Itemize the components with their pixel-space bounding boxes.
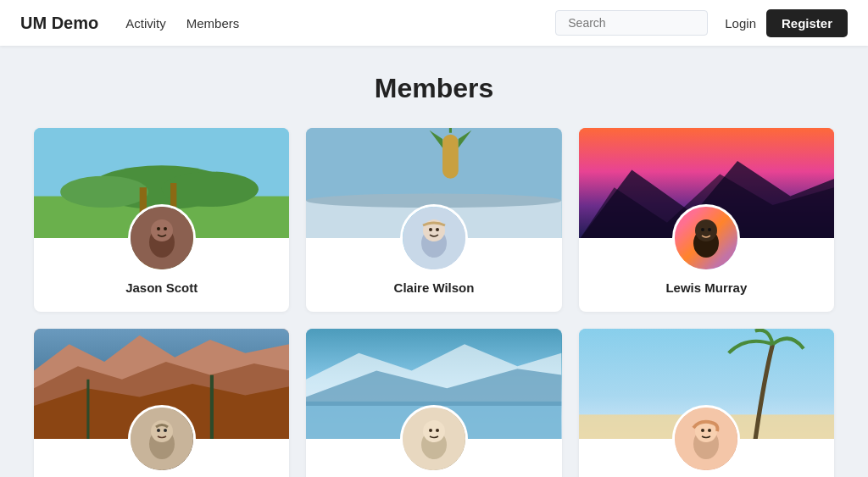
svg-point-9 [151,219,173,241]
svg-point-38 [151,420,173,442]
nav-members[interactable]: Members [186,16,240,31]
avatar-amelia-hillebrand [400,405,468,473]
nav-activity[interactable]: Activity [125,16,166,31]
avatar-wrapper-lewis-murray [672,204,740,272]
avatar-wrapper-jason-scott [128,204,196,272]
member-card-amelia-hillebrand[interactable]: Amelia Hillebrand [306,329,561,477]
svg-point-48 [429,429,432,432]
svg-point-29 [708,228,711,231]
avatar-peter-harris [128,405,196,473]
member-name-lewis-murray: Lewis Murray [665,280,747,295]
avatar-jason-scott [128,204,196,272]
svg-point-3 [60,176,148,208]
avatar-sarah-miller [672,405,740,473]
svg-point-40 [164,429,167,432]
svg-point-11 [164,227,167,230]
avatar-wrapper-amelia-hillebrand [400,405,468,473]
svg-point-20 [436,228,439,231]
svg-point-10 [157,227,160,230]
svg-point-55 [701,429,704,432]
member-card-peter-harris[interactable]: Peter Harris✓ [34,329,289,477]
avatar-lewis-murray [672,204,740,272]
members-grid: Jason Scott Claire Wilson Lewis Murray [34,128,834,477]
member-card-claire-wilson[interactable]: Claire Wilson [306,128,561,312]
avatar-wrapper-sarah-miller [672,405,740,473]
main-nav: Activity Members [125,16,555,31]
svg-rect-34 [86,380,89,439]
avatar-claire-wilson [400,204,468,272]
member-name-claire-wilson: Claire Wilson [394,280,475,295]
site-logo: UM Demo [20,14,98,33]
svg-point-19 [429,228,432,231]
main-content: Members Jason Scott Claire Wilson [0,46,868,477]
search-wrapper [555,10,708,36]
member-card-lewis-murray[interactable]: Lewis Murray [579,128,834,312]
svg-rect-35 [210,375,214,439]
svg-point-28 [701,228,704,231]
avatar-wrapper-peter-harris [128,405,196,473]
member-card-sarah-miller[interactable]: Sarah Miller [579,329,834,477]
top-navbar: UM Demo Activity Members Login Register [0,0,868,46]
svg-point-56 [708,429,711,432]
avatar-wrapper-claire-wilson [400,204,468,272]
svg-point-47 [423,420,445,442]
register-button[interactable]: Register [766,9,848,37]
member-card-jason-scott[interactable]: Jason Scott [34,128,289,312]
page-title: Members [34,73,834,104]
svg-point-49 [436,429,439,432]
member-name-jason-scott: Jason Scott [125,280,198,295]
login-button[interactable]: Login [725,16,756,31]
svg-point-27 [695,219,717,241]
svg-rect-15 [442,135,459,179]
search-input[interactable] [555,10,708,36]
svg-point-39 [157,429,160,432]
